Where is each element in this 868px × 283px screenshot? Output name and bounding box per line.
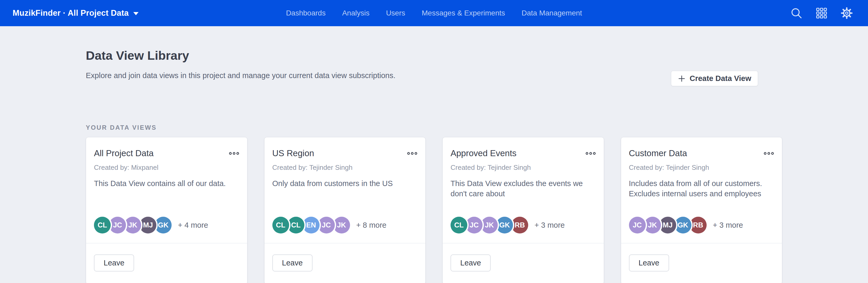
card-created-by: Created by: Mixpanel <box>94 164 239 172</box>
nav-users[interactable]: Users <box>386 9 405 17</box>
chevron-down-icon <box>133 12 138 15</box>
avatar: CL <box>94 217 111 234</box>
page-header-text: Data View Library Explore and join data … <box>86 48 396 80</box>
card-title: Approved Events <box>451 148 517 158</box>
nav-dashboards[interactable]: Dashboards <box>286 9 326 17</box>
avatar: JK <box>124 217 141 234</box>
brand-label: MuzikFinder · All Project Data <box>12 8 129 18</box>
card-created-by: Created by: Tejinder Singh <box>272 164 418 172</box>
leave-button[interactable]: Leave <box>94 254 134 272</box>
card-head: US Region <box>272 148 418 158</box>
more-members-label: + 3 more <box>713 221 743 229</box>
data-view-card: Customer Data Created by: Tejinder Singh… <box>621 137 782 283</box>
nav-messages-experiments[interactable]: Messages & Experiments <box>422 9 505 17</box>
leave-button[interactable]: Leave <box>272 254 312 272</box>
avatar: JC <box>109 217 126 234</box>
card-created-by: Created by: Tejinder Singh <box>451 164 596 172</box>
avatar: JK <box>333 217 350 234</box>
card-description: This Data View excludes the events we do… <box>451 178 596 199</box>
card-divider <box>86 243 247 243</box>
more-members-label: + 8 more <box>356 221 386 229</box>
member-avatars: CL CL EN JC JK + 8 more <box>272 217 418 234</box>
data-view-card: All Project Data Created by: Mixpanel Th… <box>86 137 247 283</box>
card-head: Customer Data <box>629 148 774 158</box>
plus-icon <box>678 75 686 82</box>
avatar: GK <box>675 217 691 234</box>
data-view-card: US Region Created by: Tejinder Singh Onl… <box>264 137 426 283</box>
create-data-view-label: Create Data View <box>689 74 751 83</box>
section-label: YOUR DATA VIEWS <box>86 124 782 131</box>
card-head: Approved Events <box>451 148 596 158</box>
card-divider <box>443 243 604 243</box>
page-title: Data View Library <box>86 48 396 63</box>
nav-data-management[interactable]: Data Management <box>522 9 582 17</box>
card-created-by: Created by: Tejinder Singh <box>629 164 774 172</box>
avatar: MJ <box>659 217 676 234</box>
data-view-card: Approved Events Created by: Tejinder Sin… <box>442 137 604 283</box>
card-menu-icon[interactable] <box>407 151 417 156</box>
avatar: JC <box>318 217 335 234</box>
avatar: JC <box>629 217 646 234</box>
search-icon[interactable] <box>790 7 802 19</box>
avatar: CL <box>287 217 304 234</box>
card-description: This Data View contains all of our data. <box>94 178 239 189</box>
member-avatars: CL JC JK GK RB + 3 more <box>451 217 596 234</box>
avatar: EN <box>303 217 319 234</box>
data-view-cards: All Project Data Created by: Mixpanel Th… <box>86 137 782 283</box>
page-subtitle: Explore and join data views in this proj… <box>86 71 396 80</box>
avatar: RB <box>690 217 707 234</box>
card-menu-icon[interactable] <box>585 151 596 156</box>
data-view-library-page: Data View Library Explore and join data … <box>0 48 868 283</box>
more-members-label: + 4 more <box>178 221 208 229</box>
avatar: JK <box>644 217 661 234</box>
nav-analysis[interactable]: Analysis <box>342 9 369 17</box>
settings-gear-icon[interactable] <box>841 7 853 19</box>
card-divider <box>621 243 782 243</box>
avatar: RB <box>512 217 528 234</box>
member-avatars: CL JC JK MJ GK + 4 more <box>94 217 239 234</box>
card-head: All Project Data <box>94 148 239 158</box>
main-nav: Dashboards Analysis Users Messages & Exp… <box>286 9 582 17</box>
avatar: CL <box>451 217 467 234</box>
card-menu-icon[interactable] <box>764 151 774 156</box>
avatar: JC <box>466 217 483 234</box>
card-title: Customer Data <box>629 148 687 158</box>
member-avatars: JC JK MJ GK RB + 3 more <box>629 217 774 234</box>
card-description: Only data from customers in the US <box>272 178 418 189</box>
leave-button[interactable]: Leave <box>629 254 669 272</box>
avatar: CL <box>272 217 289 234</box>
avatar: MJ <box>140 217 156 234</box>
topbar: MuzikFinder · All Project Data Dashboard… <box>0 0 868 26</box>
avatar: GK <box>155 217 172 234</box>
topbar-icons <box>790 7 853 19</box>
card-menu-icon[interactable] <box>229 151 239 156</box>
apps-grid-icon[interactable] <box>816 8 827 19</box>
project-switcher[interactable]: MuzikFinder · All Project Data <box>12 8 138 18</box>
avatar: GK <box>496 217 513 234</box>
card-description: Includes data from all of our customers.… <box>629 178 774 199</box>
more-members-label: + 3 more <box>534 221 565 229</box>
card-title: All Project Data <box>94 148 154 158</box>
card-divider <box>265 243 426 243</box>
card-title: US Region <box>272 148 314 158</box>
leave-button[interactable]: Leave <box>451 254 491 272</box>
avatar: JK <box>481 217 498 234</box>
create-data-view-button[interactable]: Create Data View <box>671 71 758 86</box>
page-header: Data View Library Explore and join data … <box>86 48 782 86</box>
